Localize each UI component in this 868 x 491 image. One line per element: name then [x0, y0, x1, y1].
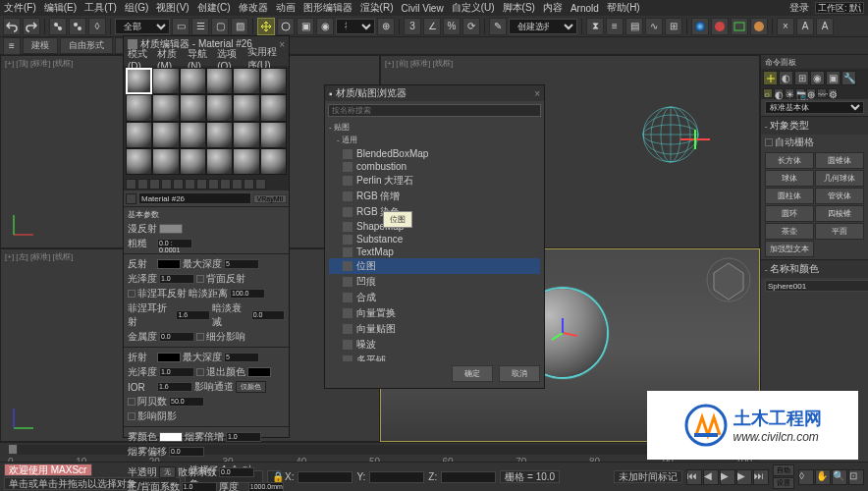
select-button[interactable]: ▭ [172, 18, 190, 35]
create-加强型文本-button[interactable]: 加强型文本 [765, 241, 814, 257]
material-slot[interactable] [206, 94, 233, 121]
auto-key-button[interactable]: 自动 [773, 464, 794, 476]
roughness-spinner[interactable]: 0.0 : 0.0001 [157, 239, 192, 248]
mat-tool-button[interactable] [137, 179, 148, 190]
cancel-button[interactable]: 取消 [499, 365, 540, 382]
select-region-button[interactable]: ▢ [211, 18, 229, 35]
timeline[interactable]: 0102030405060708090100 [0, 442, 760, 462]
material-type-button[interactable]: VRayMtl [253, 194, 287, 203]
menu-civil[interactable]: Civil View [401, 3, 443, 14]
object-name-field[interactable] [765, 280, 868, 292]
close-icon[interactable]: × [534, 88, 540, 99]
material-slot[interactable] [206, 68, 233, 94]
nav-button[interactable]: ◊ [798, 469, 814, 485]
vp-label-left[interactable]: [+] [左] [标准] [线框] [5, 251, 73, 262]
nav-button[interactable]: 🔍 [832, 469, 847, 485]
name-color-header[interactable]: - 名称和颜色 [761, 260, 868, 278]
snap-toggle[interactable]: 3 [404, 18, 421, 35]
fresnelior-spinner[interactable]: 1.6 [176, 310, 209, 320]
percent-snap[interactable]: % [443, 18, 461, 35]
geometry-subtab[interactable]: ○ [763, 88, 773, 98]
bind-button[interactable]: ◊ [88, 18, 106, 35]
modify-tab[interactable]: ◐ [779, 71, 793, 85]
material-slot[interactable] [206, 148, 233, 175]
material-slot[interactable] [233, 122, 259, 148]
material-slot[interactable] [126, 122, 152, 148]
material-slot[interactable] [180, 122, 206, 148]
reflect-swatch[interactable] [157, 259, 181, 269]
hierarchy-tab[interactable]: ⊞ [794, 71, 809, 85]
map-item-substance[interactable]: Substance [329, 233, 540, 246]
dimfall-spinner[interactable]: 0.0 [251, 310, 285, 320]
material-slot[interactable] [126, 148, 152, 175]
render-button[interactable] [750, 18, 768, 35]
thick-spinner[interactable]: 1000.0mm [248, 482, 284, 491]
create-圆环-button[interactable]: 圆环 [765, 205, 814, 222]
menu-help[interactable]: 帮助(H) [607, 1, 640, 15]
browser-titlebar[interactable]: ▪ 材质/贴图浏览器 × [325, 85, 544, 101]
create-圆柱体-button[interactable]: 圆柱体 [765, 188, 814, 204]
material-slot[interactable] [233, 94, 259, 121]
menu-views[interactable]: 视图(V) [156, 1, 189, 15]
timeline-slider[interactable] [8, 444, 18, 455]
menu-script[interactable]: 脚本(S) [503, 1, 535, 15]
shapes-subtab[interactable]: ◐ [774, 88, 784, 98]
map-item-向量置换[interactable]: 向量置换 [329, 305, 540, 321]
map-item-多平铺[interactable]: 多平铺 [329, 353, 540, 361]
material-slot[interactable] [126, 94, 152, 121]
menu-group[interactable]: 组(G) [125, 1, 148, 15]
map-item-rgb-染色[interactable]: RGB 染色 [329, 204, 540, 220]
bgrefl-checkbox[interactable] [196, 275, 204, 283]
material-slot[interactable] [180, 68, 206, 94]
scale-button[interactable]: ▣ [297, 18, 314, 35]
layer-button[interactable]: ▤ [625, 18, 643, 35]
browser-tree[interactable]: - 贴图 - 通用 BlendedBoxMapcombustionPerlin … [325, 120, 544, 361]
vp-label-top[interactable]: [+] [顶] [标准] [线框] [5, 58, 73, 69]
placement-button[interactable]: ◉ [316, 18, 334, 35]
fogmul-spinner[interactable]: 1.0 [226, 432, 261, 442]
menu-graph[interactable]: 图形编辑器 [303, 1, 353, 15]
map-item-向量贴图[interactable]: 向量贴图 [329, 321, 540, 337]
tab-freeform[interactable]: 自由形式 [60, 37, 113, 54]
material-slot[interactable] [260, 148, 287, 175]
mirror-button[interactable]: ⧗ [586, 18, 604, 35]
affectch-button[interactable]: 仅颜色 [236, 381, 266, 393]
create-长方体-button[interactable]: 长方体 [765, 152, 814, 169]
create-球体-button[interactable]: 球体 [765, 170, 814, 187]
link-button[interactable] [49, 18, 67, 35]
map-item-combustion[interactable]: combustion [329, 160, 540, 173]
material-slot[interactable] [233, 148, 259, 175]
material-name-field[interactable] [138, 192, 251, 204]
redo-button[interactable] [23, 18, 40, 35]
y-coord-field[interactable] [369, 471, 424, 483]
vp-label-front[interactable]: [+] [前] [标准] [线框] [385, 58, 453, 69]
gloss-spinner[interactable]: 1.0 [159, 274, 194, 284]
exit-swatch[interactable] [247, 367, 271, 377]
map-item-凹痕[interactable]: 凹痕 [329, 274, 540, 290]
fogbias-spinner[interactable]: 0.0 [169, 447, 204, 457]
material-slot[interactable] [206, 122, 233, 148]
material-slot[interactable] [152, 94, 179, 121]
selection-filter[interactable]: 全部 [115, 19, 170, 34]
map-item-blendedboxmap[interactable]: BlendedBoxMap [329, 147, 540, 160]
create-四棱锥-button[interactable]: 四棱锥 [815, 205, 864, 222]
login-link[interactable]: 登录 [789, 1, 809, 15]
menu-tools[interactable]: 工具(T) [84, 1, 117, 15]
next-frame-button[interactable]: ▶ [736, 469, 752, 485]
map-item-合成[interactable]: 合成 [329, 290, 540, 305]
menu-animation[interactable]: 动画 [276, 1, 296, 15]
maxscript-listener[interactable]: 欢迎使用 MAXScr [4, 464, 92, 476]
helpers-subtab[interactable]: ⊕ [806, 88, 816, 98]
move-button[interactable] [257, 18, 275, 35]
workspace-selector[interactable] [815, 2, 864, 14]
browser-search-input[interactable] [328, 104, 541, 117]
play-button[interactable]: ▶ [720, 469, 735, 485]
material-editor-button[interactable] [691, 18, 709, 35]
mat-tool-button[interactable] [196, 179, 207, 190]
lights-subtab[interactable]: ☀ [785, 88, 794, 98]
angle-snap[interactable]: ∠ [423, 18, 441, 35]
map-item-噪波[interactable]: 噪波 [329, 337, 540, 353]
category-dropdown[interactable]: 标准基本体 [765, 101, 864, 114]
named-selection-set[interactable]: 创建选择集 [509, 19, 577, 34]
affectsh-checkbox[interactable] [128, 412, 136, 420]
